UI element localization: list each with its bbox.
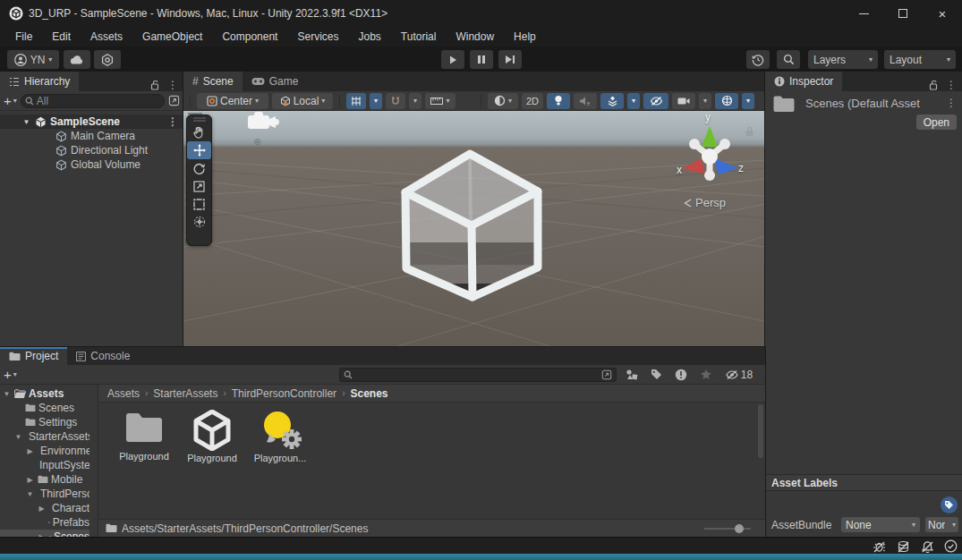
assetbundle-dropdown[interactable]: None ▾ <box>841 517 920 532</box>
assetbundle-variant-dropdown[interactable]: Nor ▾ <box>925 517 958 532</box>
thumbnail-size-slider[interactable] <box>704 522 751 535</box>
axis-z-label[interactable]: z <box>738 162 744 174</box>
scale-tool-button[interactable] <box>187 177 211 195</box>
tree-item-scenes-selected[interactable]: ▶Scenes <box>0 530 89 537</box>
tree-item-settings[interactable]: Settings <box>0 415 89 429</box>
panel-menu-icon[interactable]: ⋮ <box>946 79 957 91</box>
tree-item-prefabs[interactable]: Prefabs <box>0 515 89 530</box>
breadcrumb-starterassets[interactable]: StarterAssets <box>153 387 217 400</box>
rotate-tool-button[interactable] <box>187 159 211 177</box>
unlock-icon[interactable] <box>929 80 939 90</box>
tab-inspector[interactable]: Inspector <box>765 72 842 91</box>
tab-scene[interactable]: # Scene <box>183 72 243 91</box>
unlock-icon[interactable] <box>150 80 160 90</box>
search-by-label-button[interactable] <box>651 369 662 380</box>
camera-settings-button[interactable] <box>672 93 695 109</box>
component-visibility-dropdown[interactable]: ▾ <box>742 93 754 109</box>
hierarchy-item-global-volume[interactable]: Global Volume <box>55 157 140 172</box>
breadcrumb-scenes[interactable]: Scenes <box>350 387 387 400</box>
axis-y-label[interactable]: y <box>705 111 711 123</box>
tree-item-assets[interactable]: ▼Assets <box>0 386 89 401</box>
effects-toggle[interactable] <box>600 93 624 109</box>
close-button[interactable]: × <box>923 0 962 27</box>
hidden-items-counter[interactable]: 18 <box>725 369 753 381</box>
tree-item-mobile[interactable]: ▶Mobile <box>0 472 89 487</box>
cloud-button[interactable] <box>64 50 90 69</box>
shading-mode-dropdown[interactable]: ▾ <box>488 93 518 109</box>
2d-view-toggle[interactable]: 2D <box>522 93 543 109</box>
search-everywhere-button[interactable] <box>777 50 800 69</box>
menu-jobs[interactable]: Jobs <box>348 27 390 47</box>
asset-playground-lighting[interactable]: Playgroun... <box>251 410 310 463</box>
menu-assets[interactable]: Assets <box>81 27 132 47</box>
panel-menu-icon[interactable]: ⋮ <box>167 79 178 91</box>
asset-labels-header[interactable]: Asset Labels <box>765 474 962 491</box>
audio-mute-toggle[interactable] <box>574 93 597 109</box>
maximize-button[interactable] <box>883 0 923 27</box>
search-by-import-log-button[interactable] <box>675 369 687 381</box>
tab-game[interactable]: Game <box>243 72 308 91</box>
popout-search-icon[interactable] <box>601 369 612 380</box>
grid-visibility-toggle[interactable] <box>346 93 366 109</box>
play-button[interactable] <box>441 50 464 69</box>
hierarchy-item-main-camera[interactable]: Main Camera <box>55 129 135 143</box>
menu-component[interactable]: Component <box>212 27 287 47</box>
scene-lighting-toggle[interactable] <box>547 93 570 109</box>
step-button[interactable] <box>498 50 522 69</box>
snap-increment-dropdown[interactable]: ▾ <box>425 93 455 109</box>
notifications-disabled-button[interactable] <box>915 539 939 554</box>
account-dropdown[interactable]: YN ▾ <box>7 50 59 69</box>
asset-playground-folder[interactable]: Playground <box>115 410 174 462</box>
move-tool-button[interactable] <box>187 141 211 159</box>
cache-server-disabled-button[interactable] <box>891 539 915 554</box>
minimize-button[interactable] <box>844 0 883 27</box>
create-add-button[interactable]: + ▾ <box>4 368 17 381</box>
transform-tool-button[interactable] <box>187 213 211 231</box>
layout-dropdown[interactable]: Layout ▾ <box>884 50 956 69</box>
expand-arrow-icon[interactable]: ▼ <box>21 118 31 126</box>
layers-dropdown[interactable]: Layers ▾ <box>808 50 878 69</box>
pause-button[interactable] <box>470 50 493 69</box>
camera-settings-dropdown[interactable]: ▾ <box>699 93 711 109</box>
content-scrollbar[interactable] <box>758 404 763 458</box>
snap-toggle[interactable] <box>386 93 405 109</box>
hierarchy-search-input[interactable]: All <box>21 94 165 108</box>
main-camera-gizmo-icon[interactable] <box>246 111 280 134</box>
project-content-area[interactable]: Playground Playground Playgroun... <box>98 403 765 519</box>
breadcrumb-assets[interactable]: Assets <box>107 387 140 400</box>
hierarchy-scene-row[interactable]: ▼ SampleScene ⋮ <box>0 115 183 129</box>
undo-history-button[interactable] <box>746 50 770 69</box>
version-control-button[interactable] <box>94 50 121 69</box>
gizmo-lock-icon[interactable] <box>745 126 754 137</box>
grid-settings-dropdown[interactable]: ▾ <box>370 93 382 109</box>
menu-tutorial[interactable]: Tutorial <box>391 27 447 47</box>
menu-help[interactable]: Help <box>504 27 546 47</box>
scene-viewport[interactable]: ⊕ <box>183 111 765 347</box>
orientation-gizmo[interactable]: y x z <box>667 115 753 197</box>
open-button[interactable]: Open <box>916 115 957 130</box>
menu-services[interactable]: Services <box>287 27 348 47</box>
snap-settings-dropdown[interactable]: ▾ <box>409 93 421 109</box>
menu-gameobject[interactable]: GameObject <box>132 27 212 47</box>
tab-hierarchy[interactable]: Hierarchy <box>0 72 79 91</box>
breadcrumb-thirdpersoncontroller[interactable]: ThirdPersonController <box>232 387 336 400</box>
effects-dropdown[interactable]: ▾ <box>627 93 640 109</box>
create-add-button[interactable]: + ▾ <box>4 94 17 107</box>
slider-knob[interactable] <box>735 524 744 533</box>
tree-item-inputsystem[interactable]: InputSystem <box>0 458 89 472</box>
debugger-disabled-button[interactable] <box>867 539 890 554</box>
tree-item-starterassets[interactable]: ▼StarterAssets <box>0 429 89 444</box>
project-search-input[interactable] <box>339 368 617 382</box>
tree-item-thirdpersoncontroller[interactable]: ▼ThirdPersonController <box>0 487 89 501</box>
popout-search-icon[interactable] <box>168 95 180 106</box>
favorites-star-icon[interactable] <box>700 369 712 380</box>
menu-edit[interactable]: Edit <box>42 27 81 47</box>
viewport-drag-handle[interactable] <box>188 113 202 118</box>
scene-menu-icon[interactable]: ⋮ <box>167 115 178 128</box>
menu-window[interactable]: Window <box>446 27 504 47</box>
asset-playground-scene[interactable]: Playground <box>183 410 242 463</box>
menu-file[interactable]: File <box>5 27 42 47</box>
hidden-objects-toggle[interactable] <box>643 93 668 109</box>
component-visibility-toggle[interactable] <box>715 93 738 109</box>
add-label-button[interactable] <box>941 496 958 513</box>
